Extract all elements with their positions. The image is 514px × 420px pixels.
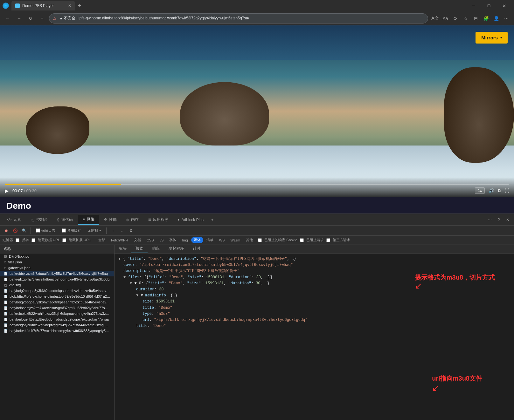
file-item-0[interactable]: 🖼 D7r0Njpb.jpg bbox=[0, 254, 114, 259]
import-button[interactable]: ↑ bbox=[109, 227, 117, 234]
throttle-select[interactable]: 无制制 ▾ bbox=[85, 227, 104, 234]
reload-button[interactable]: ↻ bbox=[26, 14, 35, 23]
play-button[interactable]: ▶ bbox=[5, 188, 9, 194]
reverse-checkbox[interactable] bbox=[16, 238, 19, 242]
fullscreen-button[interactable]: ⛶ bbox=[505, 188, 509, 193]
response-tab[interactable]: 响应 bbox=[148, 245, 164, 253]
expand-mediainfo[interactable] bbox=[136, 293, 138, 298]
third-party-checkbox[interactable] bbox=[326, 238, 330, 242]
devtools-help-button[interactable]: ? bbox=[495, 216, 503, 224]
tab-network[interactable]: ≋ 网络 bbox=[78, 215, 99, 225]
devtools-close-button[interactable]: ✕ bbox=[504, 216, 511, 224]
file-item-1[interactable]: ⊙ files.json bbox=[0, 259, 114, 265]
extensions-button[interactable]: 🧩 bbox=[482, 14, 490, 23]
hide-ext-url-checkbox[interactable] bbox=[62, 238, 66, 242]
preview-tab[interactable]: 预览 bbox=[131, 245, 148, 253]
disable-cache-checkbox[interactable]: 禁用缓存 bbox=[59, 227, 84, 234]
third-party-label: 第三方请求 bbox=[333, 238, 350, 242]
record-button[interactable]: ⏺ bbox=[3, 227, 10, 234]
disable-cache-input[interactable] bbox=[62, 228, 66, 233]
preserve-log-checkbox[interactable]: 保留日志 bbox=[33, 227, 58, 234]
file-item-7[interactable]: 📄 blob:http://ipfs-gw.home.dlimba.top:89… bbox=[0, 294, 114, 299]
file-icon-7: 📄 bbox=[4, 295, 8, 298]
filter-doc[interactable]: 文档 bbox=[131, 237, 143, 243]
tab-sources[interactable]: {} 源代码 bbox=[53, 215, 77, 224]
json-line-title: title: "Demo" bbox=[117, 305, 511, 311]
file-item-10[interactable]: 📄 bafkreicojqx5t22vruhl4pxaz3fiqjh6dkqro… bbox=[0, 311, 114, 316]
file-list-header: 名称 bbox=[0, 245, 114, 254]
filter-other[interactable]: 其他 bbox=[243, 237, 255, 243]
tab-elements[interactable]: </> 元素 bbox=[3, 215, 25, 224]
close-button[interactable]: ✕ bbox=[497, 1, 511, 11]
collection-button[interactable]: ⊟ bbox=[471, 14, 480, 23]
devtools-more-button[interactable]: ⋯ bbox=[486, 216, 494, 224]
tab-close-button[interactable]: ✕ bbox=[68, 3, 71, 8]
filter-all[interactable]: 全部 bbox=[96, 237, 108, 243]
expand-files-0[interactable] bbox=[130, 281, 132, 286]
file-item-12[interactable]: 📄 bafybeigotycrktnx52givbeptvggtowkq5n7a… bbox=[0, 322, 114, 328]
export-button[interactable]: ↓ bbox=[118, 227, 126, 234]
active-tab[interactable]: Demo IPFS Player ✕ bbox=[11, 1, 75, 10]
back-button[interactable]: ← bbox=[3, 14, 12, 23]
filter-font[interactable]: 字体 bbox=[167, 237, 179, 243]
filter-ws[interactable]: WS bbox=[217, 237, 227, 243]
volume-button[interactable]: 🔊 bbox=[489, 188, 494, 193]
file-item-11[interactable]: 📄 bafybeifoqerft57izzftbedbd5mvdosid2b2t… bbox=[0, 316, 114, 322]
tab-memory[interactable]: ◎ 内存 bbox=[122, 215, 143, 224]
home-button[interactable]: ⌂ bbox=[38, 14, 46, 23]
tab-adblock[interactable]: ● Adblock Plus bbox=[173, 216, 208, 224]
initiator-tab[interactable]: 发起程序 bbox=[164, 245, 188, 253]
tab-application[interactable]: ☰ 应用程序 bbox=[144, 215, 173, 224]
filter-clear[interactable]: 清单 bbox=[204, 237, 216, 243]
progress-bar[interactable] bbox=[5, 184, 509, 185]
file-item-2[interactable]: ⊙ gateways.json bbox=[0, 265, 114, 271]
file-item-4[interactable]: 📄 bafkreifxqprhyj37ievsihdbeucb7hogrnpxa… bbox=[0, 276, 114, 282]
add-tab-button[interactable]: + bbox=[209, 216, 216, 224]
address-bar: ← → ↻ ⌂ ⚠ ▲ 不安全 | ipfs-gw.home.dlimba.to… bbox=[0, 11, 514, 25]
filter-js[interactable]: JS bbox=[157, 237, 166, 243]
filter-img[interactable]: Img bbox=[179, 237, 190, 243]
blocked-response-cookie-checkbox[interactable] bbox=[258, 238, 262, 242]
file-item-13[interactable]: 📄 bafybeie4k4d4f7r5u77voxchhrnqmpyfeztwt… bbox=[0, 328, 114, 334]
performance-label: 性能 bbox=[109, 217, 117, 222]
controls-right: 1x 🔊 ⧉ ⛶ bbox=[475, 187, 509, 194]
expand-root[interactable] bbox=[118, 257, 121, 261]
new-tab-button[interactable]: + bbox=[75, 1, 84, 10]
picture-in-picture-button[interactable]: ⧉ bbox=[498, 188, 501, 193]
expand-files[interactable] bbox=[123, 275, 126, 280]
file-item-3[interactable]: 📄 bafkreidcxizxm6i7ztuuaifsntby55w3bl7m4… bbox=[0, 271, 114, 276]
filter-css[interactable]: CSS bbox=[144, 237, 156, 243]
translate-button[interactable]: A文 bbox=[431, 14, 440, 23]
read-mode-button[interactable]: Aa bbox=[441, 14, 450, 23]
file-item-5[interactable]: 🖼 vite.svg bbox=[0, 282, 114, 288]
sync-button[interactable]: ⟳ bbox=[451, 14, 460, 23]
clear-button[interactable]: 🚫 bbox=[11, 227, 19, 234]
favorite-button[interactable]: ☆ bbox=[461, 14, 470, 23]
network-response-panel: 标头 预览 响应 发起程序 计时 { "title": "Demo", "des… bbox=[115, 245, 514, 420]
tab-performance[interactable]: ⏱ 性能 bbox=[100, 215, 121, 224]
title-bar: 🌐 Demo IPFS Player ✕ + ─ □ ✕ bbox=[0, 0, 514, 11]
more-button[interactable]: ⋯ bbox=[502, 14, 511, 23]
tab-console[interactable]: >_ 控制台 bbox=[26, 215, 52, 224]
file-icon-13: 📄 bbox=[4, 329, 8, 333]
filter-button[interactable]: 🔍 bbox=[20, 227, 28, 234]
filter-fetch-xhr[interactable]: Fetch/XHR bbox=[108, 237, 131, 243]
timing-tab[interactable]: 计时 bbox=[188, 245, 205, 253]
mirrors-button[interactable]: Mirrors ▾ bbox=[476, 32, 508, 44]
blocked-request-checkbox[interactable] bbox=[300, 238, 304, 242]
file-item-6[interactable]: 📄 bafybeig2ooqoa5y3k6h2itaqdtnkpseahhtbv… bbox=[0, 288, 114, 294]
settings-button[interactable]: ⚙ bbox=[127, 227, 135, 234]
hide-data-url-checkbox[interactable] bbox=[31, 238, 35, 242]
filter-wasm[interactable]: Wasm bbox=[228, 237, 243, 243]
url-bar[interactable]: ⚠ ▲ 不安全 | ipfs-gw.home.dlimba.top:89/ipf… bbox=[49, 13, 428, 24]
speed-button[interactable]: 1x bbox=[475, 187, 485, 194]
file-item-8[interactable]: 📄 bafybeig2ooqoa5y3k6h2itaqdtnkpseahhtbv… bbox=[0, 299, 114, 305]
file-item-9[interactable]: 📄 bafybeihsemjzs2tm7kaexicsurvgmf37qmf4u… bbox=[0, 305, 114, 311]
profile-button[interactable]: 👤 bbox=[492, 14, 501, 23]
headers-tab[interactable]: 标头 bbox=[115, 245, 131, 253]
minimize-button[interactable]: ─ bbox=[466, 1, 481, 11]
forward-button[interactable]: → bbox=[15, 14, 24, 23]
maximize-button[interactable]: □ bbox=[482, 1, 496, 11]
preserve-log-input[interactable] bbox=[36, 228, 40, 233]
filter-media[interactable]: 媒体 bbox=[191, 237, 203, 243]
